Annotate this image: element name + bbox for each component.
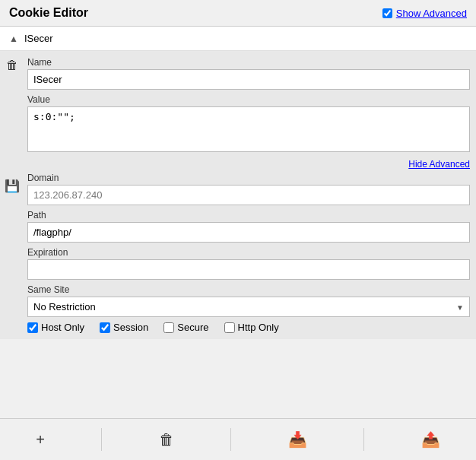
collapse-arrow-icon: ▲: [9, 33, 18, 44]
export-button[interactable]: 📤: [406, 424, 455, 455]
form-fields: Name Value s:0:""; Hide Advanced Domain …: [24, 51, 476, 339]
secure-checkbox-item[interactable]: Secure: [163, 322, 208, 333]
cookie-editor-header: Cookie Editor Show Advanced: [0, 0, 476, 27]
cookie-name-display: ISecer: [24, 33, 53, 44]
export-icon: 📤: [421, 430, 440, 449]
domain-field-group: Domain: [27, 173, 470, 205]
host-only-checkbox-item[interactable]: Host Only: [27, 322, 84, 333]
left-actions: 🗑 💾: [0, 51, 24, 339]
secure-checkbox[interactable]: [163, 322, 174, 333]
http-only-checkbox[interactable]: [224, 322, 235, 333]
expiration-input[interactable]: [27, 259, 470, 280]
hide-advanced-link[interactable]: Hide Advanced: [27, 159, 470, 170]
host-only-checkbox[interactable]: [27, 322, 38, 333]
show-advanced-label: Show Advanced: [396, 8, 467, 19]
checkboxes-row: Host Only Session Secure Http Only: [27, 322, 470, 333]
toolbar-divider-2: [230, 428, 231, 451]
show-advanced-toggle[interactable]: Show Advanced: [382, 8, 467, 19]
value-label: Value: [27, 94, 470, 105]
cookie-editor-form: 🗑 💾 Name Value s:0:""; Hide Advanced Dom…: [0, 51, 476, 339]
name-input[interactable]: [27, 69, 470, 90]
expiration-field-group: Expiration: [27, 247, 470, 280]
delete-cookie-icon[interactable]: 🗑: [6, 59, 18, 72]
same-site-label: Same Site: [27, 284, 470, 295]
same-site-select-wrapper: No Restriction Lax Strict None: [27, 297, 470, 317]
add-icon: +: [36, 431, 45, 449]
http-only-label: Http Only: [238, 322, 279, 333]
page-title: Cookie Editor: [9, 6, 88, 20]
path-input[interactable]: [27, 222, 470, 243]
http-only-checkbox-item[interactable]: Http Only: [224, 322, 279, 333]
bottom-toolbar: + 🗑 📥 📤: [0, 418, 476, 460]
session-label: Session: [113, 322, 148, 333]
domain-input[interactable]: [27, 185, 470, 205]
import-icon: 📥: [288, 430, 307, 449]
secure-label: Secure: [177, 322, 208, 333]
toolbar-divider-1: [101, 428, 102, 451]
name-label: Name: [27, 57, 470, 68]
path-field-group: Path: [27, 210, 470, 243]
value-field-group: Value s:0:"";: [27, 94, 470, 154]
cookie-list-item[interactable]: ▲ ISecer: [0, 27, 476, 51]
save-cookie-icon[interactable]: 💾: [5, 179, 20, 193]
name-field-group: Name: [27, 57, 470, 90]
expiration-label: Expiration: [27, 247, 470, 258]
session-checkbox-item[interactable]: Session: [100, 322, 148, 333]
delete-icon: 🗑: [159, 431, 174, 449]
same-site-field-group: Same Site No Restriction Lax Strict None: [27, 284, 470, 317]
show-advanced-checkbox[interactable]: [382, 8, 392, 18]
same-site-select[interactable]: No Restriction Lax Strict None: [27, 297, 470, 317]
toolbar-divider-3: [363, 428, 364, 451]
domain-label: Domain: [27, 173, 470, 183]
import-button[interactable]: 📥: [273, 424, 322, 455]
session-checkbox[interactable]: [100, 322, 110, 333]
host-only-label: Host Only: [41, 322, 84, 333]
value-input[interactable]: s:0:"";: [27, 106, 470, 152]
add-button[interactable]: +: [21, 425, 60, 455]
path-label: Path: [27, 210, 470, 220]
delete-button[interactable]: 🗑: [144, 425, 189, 455]
